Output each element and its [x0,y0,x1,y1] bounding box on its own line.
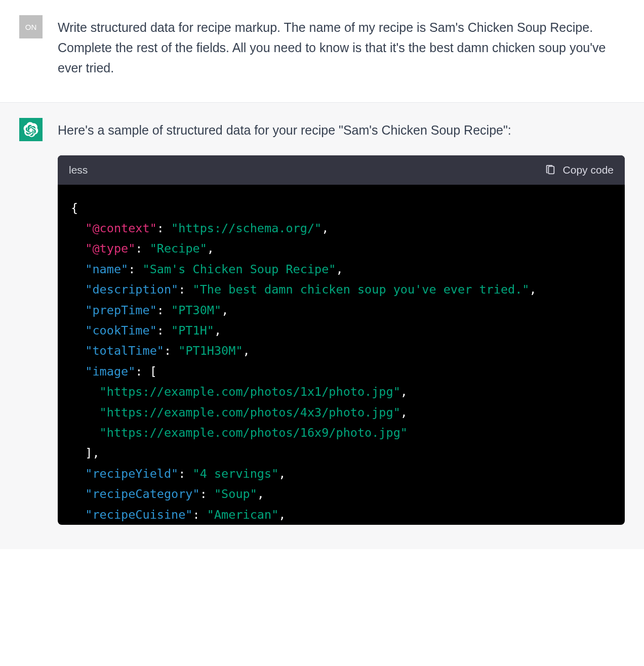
code-token: "Recipe" [150,241,207,256]
code-token: , [214,323,221,338]
code-token: "PT30M" [171,303,221,317]
code-token: "PT1H30M" [178,344,243,358]
code-token: : [178,282,192,297]
openai-logo-icon [23,122,38,137]
code-block: less Copy code { "@context": "https://sc… [58,155,625,525]
code-token: : [200,487,214,501]
code-token: "https://example.com/photos/16x9/photo.j… [100,426,408,440]
code-body: { "@context": "https://schema.org/", "@t… [58,185,625,525]
code-token: "recipeYield" [85,467,178,481]
code-token: , [221,303,228,317]
code-token: "name" [85,262,128,276]
code-token: , [278,467,286,481]
copy-code-button[interactable]: Copy code [545,161,614,179]
code-token: "https://example.com/photos/4x3/photo.jp… [100,405,400,420]
code-token: : [178,467,192,481]
code-token: "4 servings" [193,467,279,481]
svg-rect-0 [548,166,554,174]
clipboard-icon [545,164,556,176]
code-token: "recipeCategory" [85,487,199,501]
assistant-message-row: Here's a sample of structured data for y… [0,103,644,549]
code-token: "@type" [85,241,135,256]
code-token: : [164,344,178,358]
code-token: , [278,508,286,522]
assistant-message-content: Here's a sample of structured data for y… [58,118,625,525]
code-token: , [207,241,214,256]
code-token: ], [85,446,99,460]
code-token: "prepTime" [85,303,156,317]
code-token: { [71,201,78,215]
copy-code-label: Copy code [563,161,614,179]
code-token: "https://schema.org/" [171,221,321,235]
code-token: , [257,487,264,501]
code-token: "totalTime" [85,344,164,358]
code-token: : [193,508,207,522]
code-token: "recipeCuisine" [85,508,192,522]
code-header: less Copy code [58,155,625,185]
code-token: "PT1H" [171,323,214,338]
code-token: : [157,303,171,317]
code-token: : [128,262,142,276]
code-token: : [ [135,364,156,379]
code-token: , [400,385,408,399]
code-token: : [135,241,149,256]
user-avatar-label: ON [25,23,37,31]
user-message-row: ON Write structured data for recipe mark… [0,0,644,103]
code-token: "description" [85,282,178,297]
code-token: : [157,221,171,235]
code-token: "The best damn chicken soup you've ever … [193,282,530,297]
user-message-text: Write structured data for recipe markup.… [58,15,625,78]
code-token: , [243,344,250,358]
code-token: , [336,262,343,276]
code-token: "American" [207,508,278,522]
code-token: "Soup" [214,487,257,501]
code-token: "cookTime" [85,323,156,338]
code-token: "image" [85,364,135,379]
code-token: "@context" [85,221,156,235]
code-language-label: less [69,161,88,179]
code-token: , [530,282,537,297]
code-token: "https://example.com/photos/1x1/photo.jp… [100,385,400,399]
code-token: , [321,221,329,235]
assistant-intro-text: Here's a sample of structured data for y… [58,120,625,140]
assistant-avatar [19,118,43,141]
code-token: "Sam's Chicken Soup Recipe" [142,262,336,276]
user-avatar: ON [19,15,43,38]
code-token: , [400,405,408,420]
code-token: : [157,323,171,338]
